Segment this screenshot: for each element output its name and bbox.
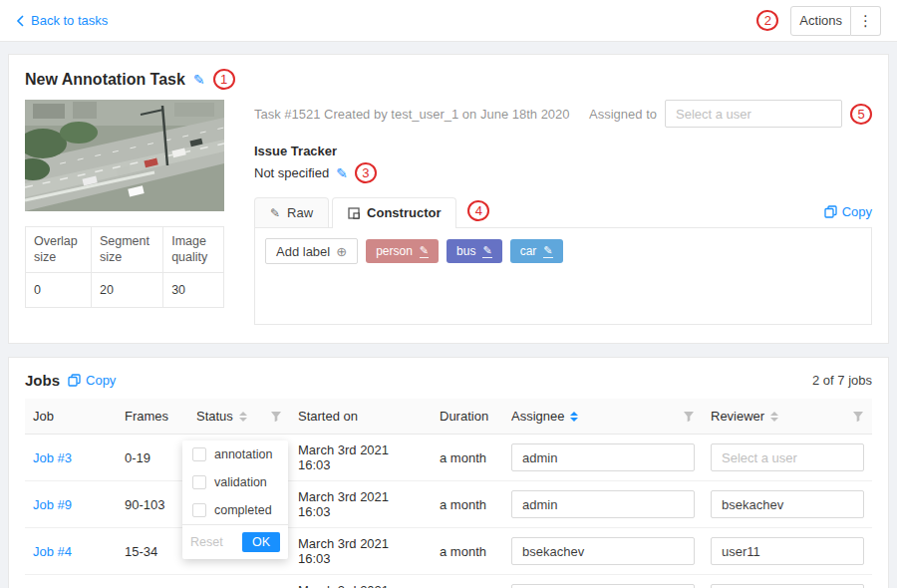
callout-5: 5 (850, 104, 872, 125)
filter-reset-button[interactable]: Reset (190, 535, 223, 549)
filter-option-label: completed (214, 503, 272, 517)
job-link[interactable]: Job #3 (33, 450, 72, 465)
filter-option-label: validation (214, 475, 267, 489)
add-label-button[interactable]: Add label ⊕ (265, 238, 358, 264)
label-chip-bus[interactable]: bus ✎ (447, 239, 502, 263)
reviewer-input[interactable] (711, 490, 864, 518)
started-cell: March 3rd 2021 16:03 (290, 575, 432, 588)
plus-circle-icon: ⊕ (336, 245, 347, 258)
callout-1: 1 (213, 69, 235, 90)
tab-constructor-label: Constructor (367, 205, 441, 220)
table-row: Job #8 75-94 completed ? March 3rd 2021 … (25, 575, 872, 588)
job-link[interactable]: Job #4 (33, 544, 72, 559)
assignee-sort-control[interactable] (570, 412, 578, 422)
edit-label-icon[interactable]: ✎ (543, 244, 552, 257)
copy-labels-link[interactable]: Copy (824, 204, 872, 219)
issue-tracker-value: Not specified (254, 165, 329, 180)
assignee-input[interactable] (511, 537, 695, 565)
filter-option-completed[interactable]: completed (182, 496, 288, 524)
col-reviewer: Reviewer (711, 409, 764, 424)
assignee-filter-icon[interactable] (683, 411, 695, 423)
task-title: New Annotation Task (25, 71, 185, 89)
callout-3: 3 (355, 162, 377, 183)
actions-button[interactable]: Actions (790, 6, 851, 36)
pencil-icon: ✎ (270, 206, 280, 220)
param-header-overlap: Overlap size (26, 227, 92, 273)
labels-tabs: ✎ Raw Constructor 4 Copy (254, 197, 872, 228)
status-sort-control[interactable] (239, 412, 247, 422)
tab-raw[interactable]: ✎ Raw (254, 197, 329, 227)
status-filter-dropdown: annotation validation completed Reset OK (182, 441, 288, 559)
job-link[interactable]: Job #9 (33, 497, 72, 512)
copy-jobs-link[interactable]: Copy (68, 373, 116, 388)
copy-icon (824, 205, 837, 218)
checkbox-icon[interactable] (192, 503, 206, 517)
road-scene-illustration (25, 100, 224, 211)
frames-cell: 0-19 (117, 435, 188, 481)
col-job: Job (33, 409, 54, 424)
assignee-input[interactable] (511, 443, 695, 471)
label-chip-bus-name: bus (456, 244, 475, 258)
table-row: Job #4 15-34 March 3rd 2021 16:03 a mont… (25, 528, 872, 575)
label-chip-car[interactable]: car ✎ (510, 239, 563, 263)
edit-label-icon[interactable]: ✎ (420, 244, 429, 257)
label-chip-person[interactable]: person ✎ (366, 239, 439, 263)
reviewer-filter-icon[interactable] (852, 411, 864, 423)
issue-tracker-label: Issue Tracker (254, 144, 872, 158)
edit-label-icon[interactable]: ✎ (482, 244, 491, 257)
callout-4: 4 (467, 200, 489, 221)
filter-option-validation[interactable]: validation (182, 468, 288, 496)
status-cell: completed ? (188, 575, 290, 588)
constructor-block-icon (348, 207, 360, 219)
assignee-input[interactable] (511, 490, 695, 518)
param-value-quality: 30 (163, 272, 224, 307)
task-meta-text: Task #1521 Created by test_user_1 on Jun… (254, 107, 570, 122)
checkbox-icon[interactable] (192, 447, 206, 461)
col-duration: Duration (440, 409, 488, 424)
filter-option-annotation[interactable]: annotation (182, 441, 288, 468)
started-cell: March 3rd 2021 16:03 (290, 528, 432, 575)
label-chip-car-name: car (520, 244, 537, 258)
top-bar: Back to tasks 2 Actions ⋮ (0, 0, 897, 42)
task-parameters-table: Overlap size Segment size Image quality … (25, 226, 224, 308)
frames-cell: 75-94 (117, 575, 188, 588)
reviewer-input[interactable] (711, 537, 864, 565)
col-status: Status (196, 409, 233, 424)
duration-cell: a month (432, 435, 503, 481)
status-filter-icon[interactable] (270, 411, 282, 423)
actions-menu-button[interactable]: ⋮ (851, 6, 881, 36)
edit-issue-tracker-icon[interactable]: ✎ (336, 166, 348, 180)
checkbox-icon[interactable] (192, 475, 206, 489)
started-cell: March 3rd 2021 16:03 (290, 481, 432, 528)
vertical-dots-icon: ⋮ (858, 12, 873, 30)
reviewer-input[interactable] (711, 443, 864, 471)
back-to-tasks-label: Back to tasks (31, 13, 108, 28)
jobs-card: Jobs Copy 2 of 7 jobs Job Frames (8, 357, 889, 588)
col-assignee: Assignee (511, 409, 564, 424)
assignee-input[interactable] (511, 584, 695, 588)
param-header-segment: Segment size (91, 227, 162, 273)
col-frames: Frames (125, 409, 168, 424)
tab-raw-label: Raw (287, 205, 313, 220)
filter-ok-button[interactable]: OK (242, 532, 280, 552)
assigned-to-input[interactable] (665, 100, 842, 128)
back-to-tasks-link[interactable]: Back to tasks (16, 13, 108, 28)
page-body: New Annotation Task ✎ 1 (0, 42, 897, 588)
copy-icon (68, 374, 81, 387)
copy-jobs-label: Copy (86, 373, 116, 388)
task-details-card: New Annotation Task ✎ 1 (8, 54, 889, 344)
callout-2: 2 (756, 10, 778, 31)
add-label-text: Add label (276, 244, 330, 259)
duration-cell: a month (432, 528, 503, 575)
duration-cell: a month (432, 575, 503, 588)
started-cell: March 3rd 2021 16:03 (290, 435, 432, 481)
tab-constructor[interactable]: Constructor (332, 197, 456, 228)
assigned-to-label: Assigned to (589, 107, 657, 122)
col-started: Started on (298, 409, 358, 424)
reviewer-input[interactable] (711, 584, 864, 588)
labels-constructor-panel: Add label ⊕ person ✎ bus ✎ car ✎ (254, 228, 872, 325)
copy-labels-label: Copy (842, 204, 872, 219)
param-value-segment: 20 (91, 272, 162, 307)
reviewer-sort-control[interactable] (770, 412, 778, 422)
edit-task-name-icon[interactable]: ✎ (193, 73, 205, 87)
